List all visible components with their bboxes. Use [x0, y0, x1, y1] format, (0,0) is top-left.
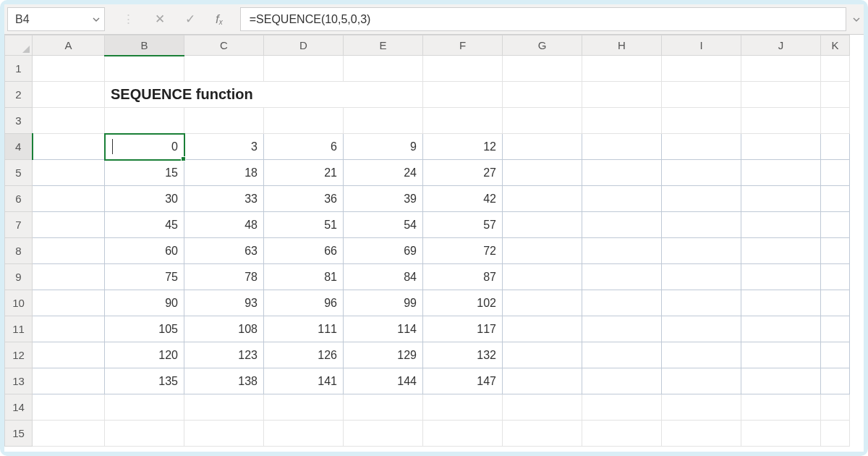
row-header[interactable]: 5 — [5, 160, 33, 186]
cell[interactable] — [344, 394, 423, 421]
cell[interactable]: 99 — [344, 290, 423, 316]
cell[interactable]: 75 — [105, 264, 184, 290]
cell[interactable] — [105, 394, 184, 421]
col-header[interactable]: C — [184, 35, 264, 56]
cell[interactable] — [821, 56, 850, 82]
cell[interactable]: 117 — [423, 316, 503, 342]
cell[interactable] — [184, 421, 264, 447]
cell[interactable] — [662, 56, 741, 82]
row-header[interactable]: 11 — [5, 316, 33, 342]
cell[interactable] — [33, 82, 105, 108]
formula-bar-expand-icon[interactable] — [849, 4, 864, 34]
cell[interactable] — [821, 238, 850, 264]
cell[interactable]: 84 — [344, 264, 423, 290]
cell[interactable] — [582, 342, 662, 368]
cell[interactable] — [821, 394, 850, 421]
enter-icon[interactable]: ✓ — [185, 12, 195, 27]
cell[interactable] — [423, 394, 503, 421]
row-header[interactable]: 7 — [5, 212, 33, 238]
cell[interactable] — [503, 316, 582, 342]
cell[interactable] — [741, 134, 821, 160]
cell[interactable]: 108 — [184, 316, 264, 342]
cell[interactable] — [821, 264, 850, 290]
cell[interactable]: 3 — [184, 134, 264, 160]
cell[interactable] — [184, 394, 264, 421]
cell[interactable] — [821, 212, 850, 238]
col-header[interactable]: K — [821, 35, 850, 56]
cancel-icon[interactable]: ✕ — [155, 12, 165, 27]
cell[interactable] — [582, 134, 662, 160]
col-header[interactable]: I — [662, 35, 741, 56]
cell[interactable] — [741, 394, 821, 421]
cell[interactable] — [582, 316, 662, 342]
cell[interactable] — [582, 394, 662, 421]
cell[interactable]: 30 — [105, 186, 184, 212]
col-header[interactable]: E — [344, 35, 423, 56]
cell[interactable] — [582, 290, 662, 316]
cell[interactable]: 21 — [264, 160, 344, 186]
col-header[interactable]: F — [423, 35, 503, 56]
cell[interactable] — [741, 342, 821, 368]
cell[interactable] — [741, 316, 821, 342]
cell[interactable] — [503, 342, 582, 368]
cell[interactable] — [33, 368, 105, 394]
cell[interactable]: 69 — [344, 238, 423, 264]
col-header[interactable]: D — [264, 35, 344, 56]
cell[interactable] — [662, 421, 741, 447]
cell[interactable] — [33, 238, 105, 264]
cell[interactable]: 144 — [344, 368, 423, 394]
cell[interactable]: 24 — [344, 160, 423, 186]
cell[interactable] — [582, 160, 662, 186]
cell[interactable] — [264, 421, 344, 447]
cell[interactable] — [821, 342, 850, 368]
cell[interactable] — [264, 394, 344, 421]
cell[interactable] — [741, 290, 821, 316]
cell[interactable]: 135 — [105, 368, 184, 394]
cell[interactable] — [33, 394, 105, 421]
cell[interactable] — [503, 56, 582, 82]
cell[interactable]: 54 — [344, 212, 423, 238]
cell[interactable] — [821, 160, 850, 186]
cell[interactable]: 105 — [105, 316, 184, 342]
cell[interactable] — [184, 108, 264, 134]
cell[interactable]: 126 — [264, 342, 344, 368]
cell[interactable] — [821, 421, 850, 447]
cell[interactable]: 27 — [423, 160, 503, 186]
cell[interactable] — [264, 56, 344, 82]
cell[interactable] — [33, 342, 105, 368]
cell[interactable] — [503, 394, 582, 421]
cell[interactable] — [344, 108, 423, 134]
cell[interactable]: 96 — [264, 290, 344, 316]
cell[interactable] — [33, 160, 105, 186]
cell[interactable] — [582, 264, 662, 290]
cell[interactable]: 63 — [184, 238, 264, 264]
cell[interactable] — [662, 82, 741, 108]
cell[interactable] — [582, 108, 662, 134]
row-header[interactable]: 4 — [5, 134, 33, 160]
cell[interactable] — [662, 160, 741, 186]
cell[interactable] — [582, 212, 662, 238]
cell[interactable] — [423, 56, 503, 82]
name-box[interactable]: B4 — [7, 7, 105, 31]
col-header[interactable]: A — [33, 35, 105, 56]
row-header[interactable]: 2 — [5, 82, 33, 108]
cell[interactable]: 9 — [344, 134, 423, 160]
name-box-dropdown-icon[interactable] — [93, 13, 100, 26]
cell[interactable]: 66 — [264, 238, 344, 264]
select-all-corner[interactable] — [5, 35, 33, 56]
col-header[interactable]: G — [503, 35, 582, 56]
cell[interactable] — [33, 186, 105, 212]
cell[interactable] — [503, 186, 582, 212]
cell[interactable] — [821, 368, 850, 394]
cell[interactable] — [344, 56, 423, 82]
cell[interactable] — [662, 368, 741, 394]
cell[interactable] — [741, 186, 821, 212]
cell[interactable] — [741, 108, 821, 134]
cell[interactable] — [741, 82, 821, 108]
cell[interactable]: 90 — [105, 290, 184, 316]
cell[interactable] — [662, 290, 741, 316]
cell[interactable] — [423, 82, 503, 108]
cell[interactable]: 39 — [344, 186, 423, 212]
cell[interactable] — [662, 264, 741, 290]
row-header[interactable]: 13 — [5, 368, 33, 394]
